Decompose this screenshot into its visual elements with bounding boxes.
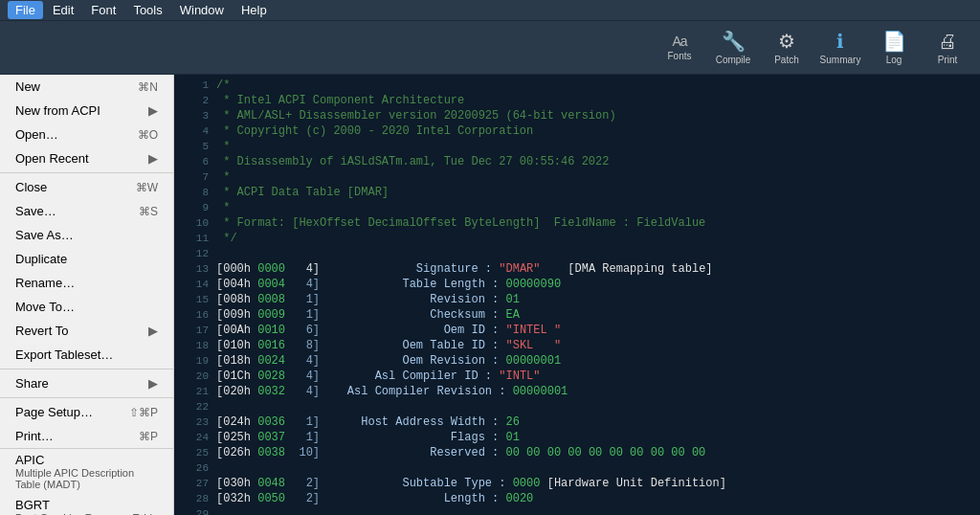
acpi-table-bgrt[interactable]: BGRT Boot Graphics Resource Table [0, 494, 173, 515]
editor-line-18: 18 [010h 0016 8] Oem Table ID : "SKL " [174, 339, 980, 354]
editor-line-8: 8 * ACPI Data Table [DMAR] [174, 186, 980, 201]
print-label: Print [938, 55, 958, 65]
editor-line-19: 19 [018h 0024 4] Oem Revision : 00000001 [174, 354, 980, 369]
compile-button[interactable]: 🔧 Compile [708, 25, 758, 71]
editor-line-12: 12 [174, 247, 980, 262]
editor-line-2: 2 * Intel ACPI Component Architecture [174, 94, 980, 109]
menu-tools[interactable]: Tools [125, 1, 169, 19]
editor-line-26: 26 [174, 461, 980, 477]
menu-open[interactable]: Open… ⌘O [0, 123, 173, 146]
menu-move-to[interactable]: Move To… [0, 295, 173, 319]
editor-line-16: 16 [009h 0009 1] Checksum : EA [174, 308, 980, 324]
compile-icon: 🔧 [722, 30, 746, 53]
menu-font[interactable]: Font [83, 1, 123, 19]
patch-button[interactable]: ⚙ Patch [762, 25, 812, 71]
separator-1 [0, 172, 173, 173]
editor-line-20: 20 [01Ch 0028 4] Asl Compiler ID : "INTL… [174, 369, 980, 385]
acpi-table-list: APIC Multiple APIC Description Table (MA… [0, 449, 173, 515]
editor-line-17: 17 [00Ah 0010 6] Oem ID : "INTEL " [174, 324, 980, 339]
main-area: New ⌘N New from ACPI ▶ Open… ⌘O Open Rec… [0, 75, 980, 515]
menu-new-from-acpi[interactable]: New from ACPI ▶ [0, 99, 173, 123]
menu-duplicate[interactable]: Duplicate [0, 247, 173, 271]
editor-line-9: 9 * [174, 201, 980, 216]
log-button[interactable]: 📄 Log [869, 25, 919, 71]
menubar: File Edit Font Tools Window Help [0, 0, 980, 21]
editor-line-3: 3 * AML/ASL+ Disassembler version 202009… [174, 109, 980, 124]
print-icon: 🖨 [938, 31, 957, 53]
editor-line-23: 23 [024h 0036 1] Host Address Width : 26 [174, 415, 980, 431]
menu-rename[interactable]: Rename… [0, 271, 173, 295]
menu-save-as[interactable]: Save As… [0, 223, 173, 247]
editor[interactable]: 1 /* 2 * Intel ACPI Component Architectu… [174, 75, 980, 515]
editor-line-5: 5 * [174, 140, 980, 155]
editor-line-25: 25 [026h 0038 10] Reserved : 00 00 00 00… [174, 446, 980, 461]
editor-line-7: 7 * [174, 170, 980, 186]
summary-icon: ℹ [836, 30, 844, 53]
editor-line-27: 27 [030h 0048 2] Subtable Type : 0000 [H… [174, 477, 980, 492]
dropdown-panel: New ⌘N New from ACPI ▶ Open… ⌘O Open Rec… [0, 75, 174, 515]
fonts-label: Fonts [667, 51, 691, 61]
editor-line-14: 14 [004h 0004 4] Table Length : 00000090 [174, 278, 980, 293]
print-button[interactable]: 🖨 Print [923, 25, 972, 71]
log-label: Log [886, 55, 902, 65]
summary-button[interactable]: ℹ Summary [815, 25, 865, 71]
fonts-icon: Aa [672, 34, 686, 49]
fonts-button[interactable]: Aa Fonts [655, 25, 704, 71]
acpi-table-apic[interactable]: APIC Multiple APIC Description Table (MA… [0, 449, 173, 494]
menu-share[interactable]: Share ▶ [0, 371, 173, 395]
menu-revert-to[interactable]: Revert To ▶ [0, 319, 173, 343]
patch-label: Patch [774, 55, 799, 65]
menu-edit[interactable]: Edit [45, 1, 81, 19]
editor-line-1: 1 /* [174, 78, 980, 94]
menu-print[interactable]: Print… ⌘P [0, 424, 173, 448]
menu-open-recent[interactable]: Open Recent ▶ [0, 146, 173, 170]
file-menu: New ⌘N New from ACPI ▶ Open… ⌘O Open Rec… [0, 75, 173, 449]
summary-label: Summary [820, 55, 861, 65]
editor-line-28: 28 [032h 0050 2] Length : 0020 [174, 492, 980, 507]
menu-window[interactable]: Window [172, 1, 232, 19]
menu-file[interactable]: File [8, 1, 43, 19]
patch-icon: ⚙ [778, 30, 795, 53]
menu-export-tableset[interactable]: Export Tableset… [0, 343, 173, 367]
editor-line-29: 29 [174, 507, 980, 515]
compile-label: Compile [716, 55, 751, 65]
toolbar: Aa Fonts 🔧 Compile ⚙ Patch ℹ Summary 📄 L… [0, 21, 980, 75]
separator-3 [0, 397, 173, 398]
menu-help[interactable]: Help [234, 1, 275, 19]
menu-save[interactable]: Save… ⌘S [0, 199, 173, 223]
editor-line-15: 15 [008h 0008 1] Revision : 01 [174, 293, 980, 308]
editor-line-22: 22 [174, 400, 980, 415]
menu-page-setup[interactable]: Page Setup… ⇧⌘P [0, 400, 173, 424]
editor-line-10: 10 * Format: [HexOffset DecimalOffset By… [174, 216, 980, 232]
editor-line-21: 21 [020h 0032 4] Asl Compiler Revision :… [174, 385, 980, 400]
editor-line-11: 11 */ [174, 232, 980, 247]
editor-line-13: 13 [000h 0000 4] Signature : "DMAR" [DMA… [174, 262, 980, 278]
separator-2 [0, 369, 173, 369]
menu-new[interactable]: New ⌘N [0, 75, 173, 99]
editor-line-4: 4 * Copyright (c) 2000 - 2020 Intel Corp… [174, 124, 980, 140]
editor-line-6: 6 * Disassembly of iASLdSATm.aml, Tue De… [174, 155, 980, 170]
log-icon: 📄 [882, 30, 906, 53]
editor-line-24: 24 [025h 0037 1] Flags : 01 [174, 431, 980, 446]
menu-close[interactable]: Close ⌘W [0, 175, 173, 199]
